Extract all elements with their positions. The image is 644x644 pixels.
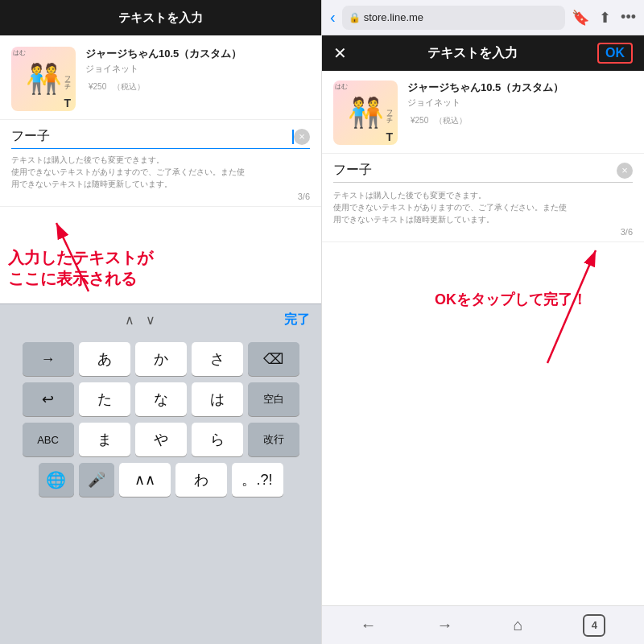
text-field-row-left[interactable]: フー子 xyxy=(11,128,310,149)
kb-punct[interactable]: 。.?! xyxy=(232,463,283,497)
arrow-svg-right xyxy=(322,242,604,403)
char-count-right: 3/6 xyxy=(333,227,633,237)
done-button[interactable]: 完了 xyxy=(284,312,310,328)
kb-hat[interactable]: ∧∧ xyxy=(119,463,171,497)
char-count-left: 3/6 xyxy=(11,192,310,201)
sticker-thumbnail-left: 🧑‍🤝‍🧑 はむ フーチ T xyxy=(11,47,76,111)
product-maker-left: ジョイネット xyxy=(85,63,310,75)
more-icon[interactable]: ••• xyxy=(621,9,636,26)
keyboard-toolbar: ∧ ∨ 完了 xyxy=(0,303,321,336)
kb-row-3: ABC ま や ら 改行 xyxy=(3,423,318,456)
kb-ra[interactable]: ら xyxy=(192,423,243,456)
kb-abc[interactable]: ABC xyxy=(23,423,74,456)
kb-ha[interactable]: は xyxy=(192,382,243,416)
kb-space[interactable]: 空白 xyxy=(248,382,299,416)
browser-back-btn[interactable]: ‹ xyxy=(330,8,336,27)
browser-bar: ‹ 🔒 store.line.me 🔖 ⬆ ••• xyxy=(322,0,644,35)
hint-text-left: テキストは購入した後でも変更できます。 使用できないテキストがありますので、ご了… xyxy=(11,154,310,190)
product-price-right: ¥250 （税込） xyxy=(407,114,633,126)
left-panel: テキストを入力 🧑‍🤝‍🧑 はむ フーチ T ジャージちゃん10.5（カスタム）… xyxy=(0,0,322,644)
sticker-t-label-r: T xyxy=(386,130,393,143)
kb-ta[interactable]: た xyxy=(79,382,130,416)
modal-close-btn[interactable]: ✕ xyxy=(333,43,347,63)
product-maker-right: ジョイネット xyxy=(407,97,633,109)
kb-row-1: → あ か さ ⌫ xyxy=(3,342,318,376)
kb-sa[interactable]: さ xyxy=(192,342,243,376)
product-info-left: ジャージちゃん10.5（カスタム） ジョイネット ¥250 （税込） xyxy=(85,47,310,93)
text-field-row-right[interactable]: フー子 xyxy=(333,162,633,183)
sticker-t-label: T xyxy=(64,97,71,109)
browser-url-box[interactable]: 🔒 store.line.me xyxy=(342,6,565,30)
left-topbar: テキストを入力 xyxy=(0,0,321,35)
kb-na[interactable]: な xyxy=(135,382,187,416)
kb-undo[interactable]: ↩ xyxy=(23,382,74,416)
caret-group: ∧ ∨ xyxy=(11,312,268,328)
sticker-fuchi-label: フーチ xyxy=(62,72,71,86)
nav-back-btn[interactable]: ← xyxy=(360,616,376,634)
kb-arrow-right[interactable]: → xyxy=(23,342,74,376)
kb-delete[interactable]: ⌫ xyxy=(248,342,299,376)
kb-a[interactable]: あ xyxy=(79,342,130,376)
url-text: store.line.me xyxy=(364,11,423,23)
caret-down-btn[interactable]: ∨ xyxy=(146,312,155,328)
lock-icon: 🔒 xyxy=(349,12,361,23)
kb-ya[interactable]: や xyxy=(135,423,187,456)
annotation-area-left: 入力したテキストが ここに表示される xyxy=(0,207,321,303)
kb-bottom-row: 🌐 🎤 ∧∧ わ 。.?! xyxy=(3,463,318,497)
sticker-hamu-label: はむ xyxy=(13,48,26,57)
keyboard-area: → あ か さ ⌫ ↩ た な は 空白 ABC ま や ら 改行 🌐 🎤 ∧∧… xyxy=(0,336,321,644)
product-info-right: ジャージちゃん10.5（カスタム） ジョイネット ¥250 （税込） xyxy=(407,80,633,126)
kb-kaigyo[interactable]: 改行 xyxy=(248,423,299,456)
kb-globe[interactable]: 🌐 xyxy=(39,463,74,497)
kb-row-2: ↩ た な は 空白 xyxy=(3,382,318,416)
text-field-value-left: フー子 xyxy=(11,128,291,145)
text-input-area-left: フー子 テキストは購入した後でも変更できます。 使用できないテキストがありますの… xyxy=(0,120,321,207)
browser-icons: 🔖 ⬆ ••• xyxy=(572,9,636,27)
text-input-area-right: フー子 テキストは購入した後でも変更できます。 使用できないテキストがありますの… xyxy=(322,154,644,242)
nav-tab-count[interactable]: 4 xyxy=(583,614,605,637)
modal-title: テキストを入力 xyxy=(347,45,597,62)
sticker-thumbnail-right: 🧑‍🤝‍🧑 はむ フーチ T xyxy=(333,80,398,145)
annotation-area-right: OKをタップして完了！ xyxy=(322,242,644,605)
clear-button-right[interactable] xyxy=(617,163,633,179)
nav-forward-btn[interactable]: → xyxy=(436,616,452,634)
product-price-left: ¥250 （税込） xyxy=(85,80,310,93)
left-topbar-title: テキストを入力 xyxy=(118,10,203,26)
modal-ok-btn[interactable]: OK xyxy=(597,43,633,64)
bottom-nav-right: ← → ⌂ 4 xyxy=(322,605,644,644)
hint-text-right: テキストは購入した後でも変更できます。 使用できないテキストがありますので、ご了… xyxy=(333,189,633,225)
kb-mic[interactable]: 🎤 xyxy=(79,463,114,497)
modal-header: ✕ テキストを入力 OK xyxy=(322,35,644,71)
kb-ka[interactable]: か xyxy=(135,342,187,376)
bookmark-icon[interactable]: 🔖 xyxy=(572,9,589,27)
product-name-right: ジャージちゃん10.5（カスタム） xyxy=(407,80,633,95)
clear-button-left[interactable] xyxy=(294,129,310,145)
share-icon[interactable]: ⬆ xyxy=(599,9,611,27)
right-panel: ‹ 🔒 store.line.me 🔖 ⬆ ••• ✕ テキストを入力 OK 🧑… xyxy=(322,0,644,644)
text-field-value-right: フー子 xyxy=(333,162,617,179)
sticker-hamu-label-r: はむ xyxy=(335,82,348,91)
caret-up-btn[interactable]: ∧ xyxy=(125,312,134,328)
annotation-text-left: 入力したテキストが ここに表示される xyxy=(8,247,153,289)
product-area-left: 🧑‍🤝‍🧑 はむ フーチ T ジャージちゃん10.5（カスタム） ジョイネット … xyxy=(0,35,321,120)
product-area-right: 🧑‍🤝‍🧑 はむ フーチ T ジャージちゃん10.5（カスタム） ジョイネット … xyxy=(322,71,644,154)
kb-ma[interactable]: ま xyxy=(79,423,130,456)
sticker-fuchi-label-r: フーチ xyxy=(384,105,393,120)
kb-wa[interactable]: わ xyxy=(175,463,227,497)
annotation-text-right: OKをタップして完了！ xyxy=(435,291,587,309)
nav-home-btn[interactable]: ⌂ xyxy=(513,616,522,634)
product-name-left: ジャージちゃん10.5（カスタム） xyxy=(85,47,310,61)
